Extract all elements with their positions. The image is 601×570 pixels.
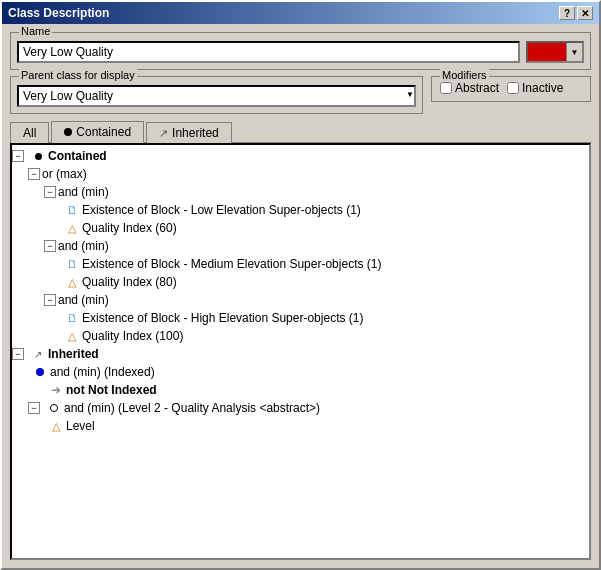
dot-outline-icon (46, 400, 62, 416)
tab-inherited[interactable]: ↗ Inherited (146, 122, 232, 143)
and-min-1-label: and (min) (58, 185, 109, 199)
parent-class-select-wrapper: Very Low Quality (17, 81, 416, 107)
and-indexed-label: and (min) (Indexed) (50, 365, 155, 379)
exist-low-label: Existence of Block - Low Elevation Super… (82, 203, 361, 217)
expander-or-max[interactable]: − (28, 168, 40, 180)
triangle-icon-100: △ (64, 328, 80, 344)
name-row: ▼ (17, 41, 584, 63)
title-bar: Class Description ? ✕ (2, 2, 599, 24)
name-input[interactable] (17, 41, 520, 63)
tree-panel[interactable]: − Contained − or (max) − (10, 143, 591, 560)
abstract-label: Abstract (455, 81, 499, 95)
name-label: Name (19, 25, 52, 37)
inherited-root-icon: ↗ (30, 346, 46, 362)
tree-node-quality-60[interactable]: △ Quality Index (60) (12, 219, 589, 237)
tree-node-contained-root[interactable]: − Contained (12, 147, 589, 165)
not-indexed-label: not Not Indexed (66, 383, 157, 397)
expander-and-min-2[interactable]: − (44, 240, 56, 252)
tab-contained[interactable]: Contained (51, 121, 144, 143)
level-label: Level (66, 419, 95, 433)
and-min-2-label: and (min) (58, 239, 109, 253)
modifiers-label: Modifiers (440, 69, 489, 81)
parent-class-select[interactable]: Very Low Quality (17, 85, 416, 107)
color-picker[interactable]: ▼ (526, 41, 584, 63)
abstract-checkbox-item: Abstract (440, 81, 499, 95)
tree-node-level[interactable]: △ Level (12, 417, 589, 435)
inherited-root-label: Inherited (48, 347, 99, 361)
expander-level2[interactable]: − (28, 402, 40, 414)
tree-node-inherited-root[interactable]: − ↗ Inherited (12, 345, 589, 363)
tab-inherited-label: Inherited (172, 126, 219, 140)
main-window: Class Description ? ✕ Name ▼ Parent clas… (0, 0, 601, 570)
tab-contained-label: Contained (76, 125, 131, 139)
tree-node-exist-low[interactable]: 🗋 Existence of Block - Low Elevation Sup… (12, 201, 589, 219)
content-area: Name ▼ Parent class for display Very Low… (2, 24, 599, 568)
triangle-icon-60: △ (64, 220, 80, 236)
arrow-right-icon: ➜ (48, 382, 64, 398)
contained-tab-dot-icon (64, 128, 72, 136)
tree-node-and-level2[interactable]: − and (min) (Level 2 - Quality Analysis … (12, 399, 589, 417)
tab-all[interactable]: All (10, 122, 49, 143)
and-level2-label: and (min) (Level 2 - Quality Analysis <a… (64, 401, 320, 415)
tree-node-not-indexed[interactable]: ➜ not Not Indexed (12, 381, 589, 399)
parent-class-group: Parent class for display Very Low Qualit… (10, 76, 423, 114)
triangle-icon-80: △ (64, 274, 80, 290)
modifiers-group: Modifiers Abstract Inactive (431, 76, 591, 102)
inactive-checkbox[interactable] (507, 82, 519, 94)
abstract-checkbox[interactable] (440, 82, 452, 94)
doc-icon-high: 🗋 (64, 310, 80, 326)
tab-all-label: All (23, 126, 36, 140)
title-bar-buttons: ? ✕ (559, 6, 593, 20)
inactive-label: Inactive (522, 81, 563, 95)
contained-root-icon (30, 148, 46, 164)
blue-dot-icon (32, 364, 48, 380)
color-dropdown-arrow[interactable]: ▼ (566, 43, 582, 61)
window-title: Class Description (8, 6, 109, 20)
tree-node-quality-80[interactable]: △ Quality Index (80) (12, 273, 589, 291)
expander-and-min-1[interactable]: − (44, 186, 56, 198)
expander-and-min-3[interactable]: − (44, 294, 56, 306)
tree-node-and-min-3[interactable]: − and (min) (12, 291, 589, 309)
parent-modifiers-row: Parent class for display Very Low Qualit… (10, 76, 591, 114)
tree-node-exist-high[interactable]: 🗋 Existence of Block - High Elevation Su… (12, 309, 589, 327)
or-max-label: or (max) (42, 167, 87, 181)
parent-class-label: Parent class for display (19, 69, 137, 81)
inactive-checkbox-item: Inactive (507, 81, 563, 95)
inherited-tab-icon: ↗ (159, 127, 168, 140)
exist-high-label: Existence of Block - High Elevation Supe… (82, 311, 363, 325)
quality-60-label: Quality Index (60) (82, 221, 177, 235)
expander-inherited[interactable]: − (12, 348, 24, 360)
tree-node-or-max[interactable]: − or (max) (12, 165, 589, 183)
tree-node-and-min-1[interactable]: − and (min) (12, 183, 589, 201)
tree-node-and-min-2[interactable]: − and (min) (12, 237, 589, 255)
close-button[interactable]: ✕ (577, 6, 593, 20)
tree-node-and-indexed[interactable]: and (min) (Indexed) (12, 363, 589, 381)
doc-icon-med: 🗋 (64, 256, 80, 272)
tabs-tree-area: All Contained ↗ Inherited − (10, 120, 591, 560)
tree-node-exist-med[interactable]: 🗋 Existence of Block - Medium Elevation … (12, 255, 589, 273)
exist-med-label: Existence of Block - Medium Elevation Su… (82, 257, 381, 271)
color-swatch (528, 43, 566, 61)
and-min-3-label: and (min) (58, 293, 109, 307)
doc-icon-low: 🗋 (64, 202, 80, 218)
expander-contained[interactable]: − (12, 150, 24, 162)
triangle-icon-level: △ (48, 418, 64, 434)
tree-node-quality-100[interactable]: △ Quality Index (100) (12, 327, 589, 345)
name-group: Name ▼ (10, 32, 591, 70)
contained-root-label: Contained (48, 149, 107, 163)
quality-100-label: Quality Index (100) (82, 329, 183, 343)
quality-80-label: Quality Index (80) (82, 275, 177, 289)
help-button[interactable]: ? (559, 6, 575, 20)
tabs-container: All Contained ↗ Inherited (10, 120, 591, 143)
